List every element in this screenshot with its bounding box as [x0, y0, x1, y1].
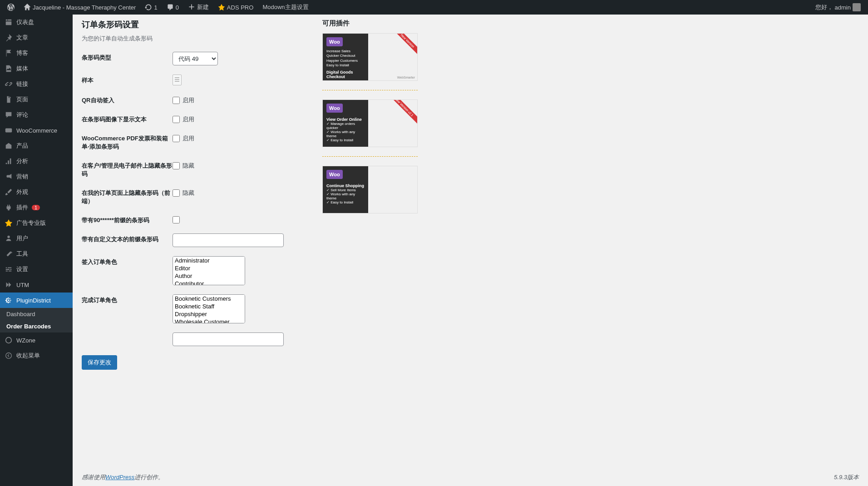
role-option[interactable]: Booknetic Customers: [173, 295, 245, 303]
menu-blog[interactable]: 博客: [0, 45, 73, 61]
comments-icon: [5, 111, 13, 119]
role-option[interactable]: Contributor: [173, 280, 245, 285]
submenu-order-barcodes[interactable]: Order Barcodes: [0, 320, 73, 332]
ads-pro-link[interactable]: ADS PRO: [214, 0, 257, 15]
page-icon: [5, 95, 13, 104]
menu-label: 文章: [16, 34, 28, 42]
greeting: 您好，: [815, 3, 833, 11]
menu-tools[interactable]: 工具: [0, 246, 73, 262]
menu-label: 博客: [16, 49, 28, 57]
hide-orderpage-checkbox[interactable]: [173, 189, 180, 197]
admin-sidebar: 仪表盘 文章 博客 媒体 链接 页面 评论 WooCommerce 产品 分析 …: [0, 15, 73, 388]
menu-label: 外观: [16, 188, 28, 196]
extra-text-input[interactable]: [173, 332, 284, 346]
submenu-dashboard[interactable]: Dashboard: [0, 308, 73, 320]
pdf-invoice-checkbox[interactable]: [173, 135, 180, 142]
menu-label: 设置: [16, 265, 28, 273]
plugin-title: Continue Shopping: [326, 183, 365, 188]
role-option[interactable]: Booknetic Staff: [173, 303, 245, 310]
role-option[interactable]: Author: [173, 272, 245, 280]
barcode-type-label: 条形码类型: [82, 52, 173, 62]
menu-label: 营销: [16, 173, 28, 181]
menu-analytics[interactable]: 分析: [0, 154, 73, 169]
plugin-title: Digital Goods Checkout: [326, 70, 365, 79]
sample-preview: [173, 74, 182, 85]
menu-label: WooCommerce: [16, 127, 57, 134]
menu-collapse[interactable]: 收起菜单: [0, 348, 73, 363]
avatar: [853, 3, 861, 11]
plugin-card-digital-goods[interactable]: Woo Increase Sales Quicker Checkout Happ…: [322, 33, 418, 81]
menu-comments[interactable]: 评论: [0, 107, 73, 123]
wzone-icon: [5, 336, 13, 344]
menu-label: 用户: [16, 234, 28, 243]
page-title: 订单条形码设置: [82, 19, 295, 30]
role-option[interactable]: Administrator: [173, 257, 245, 264]
role-option[interactable]: Dropshipper: [173, 310, 245, 318]
menu-ads-pro[interactable]: 广告专业版: [0, 215, 73, 231]
ribbon-badge: New Version: [392, 33, 418, 56]
save-button[interactable]: 保存更改: [82, 355, 117, 370]
updates-link[interactable]: 1: [141, 0, 161, 15]
qr-autosign-checkbox[interactable]: [173, 97, 180, 104]
updates-count: 1: [154, 4, 157, 11]
new-content-link[interactable]: 新建: [184, 0, 212, 15]
menu-users[interactable]: 用户: [0, 231, 73, 246]
custom-prefix-input[interactable]: [173, 233, 284, 247]
menu-label: PluginDistrict: [16, 297, 51, 304]
hide-text: 隐藏: [182, 189, 194, 197]
menu-plugins[interactable]: 插件 1: [0, 200, 73, 215]
new-label: 新建: [197, 3, 209, 11]
wp-logo[interactable]: [4, 0, 18, 15]
modown-link[interactable]: Modown主题设置: [259, 0, 312, 15]
site-name: Jacqueline - Massage Theraphy Center: [33, 4, 136, 11]
menu-utm[interactable]: UTM: [0, 277, 73, 293]
prefix-90-checkbox[interactable]: [173, 216, 180, 223]
comments-link[interactable]: 0: [163, 0, 182, 15]
menu-media[interactable]: 媒体: [0, 61, 73, 76]
menu-label: 媒体: [16, 64, 28, 73]
prefix-90-label: 带有90******前缀的条形码: [82, 214, 173, 224]
menu-label: 评论: [16, 111, 28, 119]
menu-plugindistrict[interactable]: PluginDistrict: [0, 293, 73, 308]
products-icon: [5, 142, 13, 150]
svg-point-2: [6, 353, 12, 359]
menu-links[interactable]: 链接: [0, 76, 73, 92]
menu-posts[interactable]: 文章: [0, 30, 73, 45]
username: admin: [835, 4, 851, 11]
menu-woocommerce[interactable]: WooCommerce: [0, 123, 73, 138]
plugin-feature: Happier Customers: [326, 59, 365, 63]
plug-icon: [5, 203, 13, 212]
megaphone-icon: [5, 173, 13, 181]
menu-marketing[interactable]: 营销: [0, 169, 73, 184]
enable-text: 启用: [182, 96, 194, 104]
plugin-feature: Increase Sales: [326, 49, 365, 54]
plugin-card-view-order[interactable]: Woo View Order Online Manage orders quic…: [322, 99, 418, 147]
page-description: 为您的订单自动生成条形码: [82, 35, 295, 43]
checkin-roles-select[interactable]: Administrator Editor Author Contributor: [173, 256, 245, 285]
complete-roles-select[interactable]: Booknetic Customers Booknetic Staff Drop…: [173, 294, 245, 323]
wrench-icon: [5, 250, 13, 258]
menu-dashboard[interactable]: 仪表盘: [0, 15, 73, 30]
role-option[interactable]: Editor: [173, 264, 245, 272]
plugin-feature: Works with any theme: [326, 192, 365, 200]
brand-label: WebSmarter: [397, 76, 415, 79]
my-account-link[interactable]: 您好， admin: [812, 0, 864, 15]
hide-email-checkbox[interactable]: [173, 162, 180, 169]
menu-pages[interactable]: 页面: [0, 92, 73, 107]
main-content: 订单条形码设置 为您的订单自动生成条形码 条形码类型 代码 49 样本 QR自动…: [73, 15, 868, 388]
menu-settings[interactable]: 设置: [0, 262, 73, 277]
menu-products[interactable]: 产品: [0, 138, 73, 154]
plugin-feature: Easy to Install: [326, 200, 365, 204]
site-name-link[interactable]: Jacqueline - Massage Theraphy Center: [20, 0, 139, 15]
barcode-type-select[interactable]: 代码 49: [173, 52, 218, 65]
menu-wzone[interactable]: WZone: [0, 332, 73, 348]
menu-appearance[interactable]: 外观: [0, 184, 73, 200]
menu-label: 产品: [16, 142, 28, 150]
plugin-card-continue-shopping[interactable]: Woo Continue Shopping Sell More Items Wo…: [322, 166, 418, 213]
flag-icon: [5, 49, 13, 57]
analytics-icon: [5, 157, 13, 165]
hide-orderpage-label: 在我的订单页面上隐藏条形码（前端）: [82, 187, 173, 205]
plugin-feature: Works with any theme: [326, 130, 365, 138]
role-option[interactable]: Wholesale Customer: [173, 318, 245, 323]
text-below-checkbox[interactable]: [173, 116, 180, 123]
